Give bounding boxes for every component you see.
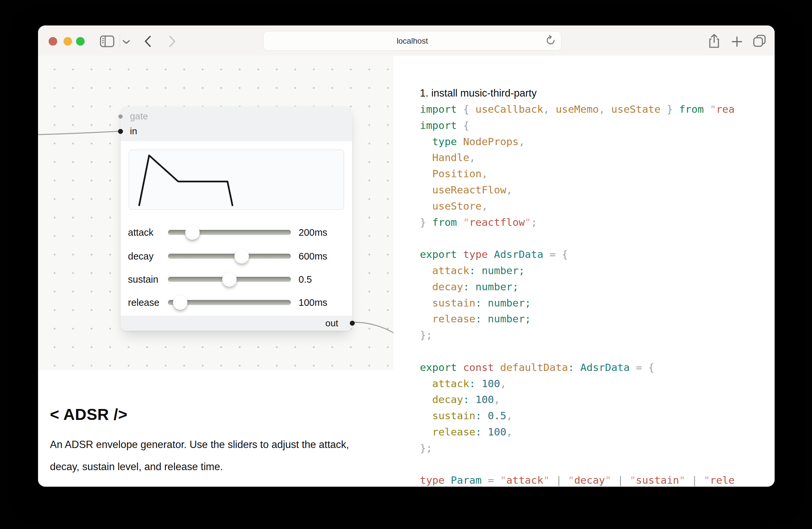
slider-track-release[interactable] bbox=[168, 300, 291, 305]
node-footer: out bbox=[121, 316, 352, 331]
code-line: } from "reactflow"; bbox=[420, 214, 774, 230]
envelope-graph bbox=[129, 149, 344, 210]
port-label-out: out bbox=[325, 318, 338, 329]
code-line bbox=[420, 456, 774, 472]
toolbar-divider bbox=[120, 34, 120, 48]
code-line: sustain: 0.5, bbox=[420, 408, 774, 424]
code-block: import { useCallback, useMemo, useState … bbox=[420, 101, 774, 487]
new-tab-icon[interactable] bbox=[731, 36, 743, 48]
forward-button[interactable] bbox=[168, 35, 177, 48]
code-line: useReactFlow, bbox=[420, 182, 774, 198]
address-bar[interactable]: localhost bbox=[263, 31, 561, 51]
code-line: attack: number; bbox=[420, 262, 774, 279]
tab-overview-icon[interactable] bbox=[752, 34, 767, 48]
minimize-button[interactable] bbox=[63, 37, 72, 46]
page-description: An ADSR envelope generator. Use the slid… bbox=[50, 433, 364, 478]
code-line: type Param = "attack" | "decay" | "susta… bbox=[420, 472, 774, 487]
code-line: release: 100, bbox=[420, 424, 774, 440]
code-line bbox=[420, 230, 774, 246]
code-line: export const defaultData: AdsrData = { bbox=[420, 359, 774, 375]
code-line: import { useCallback, useMemo, useState … bbox=[420, 101, 774, 117]
code-line: }; bbox=[420, 327, 774, 343]
reload-icon[interactable] bbox=[545, 34, 556, 48]
slider-value: 200ms bbox=[299, 227, 327, 238]
code-line: }; bbox=[420, 440, 774, 456]
code-line: sustain: number; bbox=[420, 295, 774, 311]
handle-in[interactable] bbox=[118, 129, 123, 134]
code-line bbox=[420, 343, 774, 359]
slider-track-sustain[interactable] bbox=[168, 277, 291, 282]
code-line: attack: 100, bbox=[420, 375, 774, 392]
slider-value: 0.5 bbox=[299, 274, 312, 285]
handle-gate[interactable] bbox=[118, 114, 123, 119]
slider-track-decay[interactable] bbox=[168, 254, 291, 259]
code-line: export type AdsrData = { bbox=[420, 246, 774, 262]
slider-thumb-decay[interactable] bbox=[234, 249, 249, 263]
chevron-down-icon[interactable] bbox=[122, 39, 131, 45]
slider-label: attack bbox=[128, 227, 154, 238]
slider-row-release: release100ms bbox=[121, 295, 352, 310]
close-button[interactable] bbox=[48, 37, 57, 46]
browser-toolbar: localhost bbox=[38, 26, 774, 56]
envelope-curve bbox=[129, 150, 344, 209]
slider-value: 100ms bbox=[299, 297, 327, 308]
slider-row-attack: attack200ms bbox=[121, 225, 352, 240]
code-line: release: number; bbox=[420, 311, 774, 327]
slider-label: sustain bbox=[128, 274, 158, 285]
code-line: Handle, bbox=[420, 149, 774, 166]
slider-value: 600ms bbox=[299, 251, 327, 262]
slider-label: decay bbox=[128, 251, 154, 262]
url-text: localhost bbox=[397, 37, 428, 46]
page-title: < ADSR /> bbox=[50, 405, 393, 424]
slider-thumb-attack[interactable] bbox=[185, 225, 200, 240]
code-panel[interactable]: 1. install music-third-party import { us… bbox=[393, 56, 774, 487]
browser-window: localhost bbox=[38, 26, 774, 487]
zoom-button[interactable] bbox=[76, 37, 85, 46]
share-icon[interactable] bbox=[707, 33, 721, 49]
code-line: import { bbox=[420, 117, 774, 133]
doc-section: < ADSR /> An ADSR envelope generator. Us… bbox=[38, 370, 393, 487]
code-line: Position, bbox=[420, 166, 774, 182]
handle-out[interactable] bbox=[350, 321, 355, 326]
slider-track-attack[interactable] bbox=[168, 230, 291, 235]
adsr-node[interactable]: gate in attack200msdecay600mssustain0.5r… bbox=[121, 106, 352, 331]
slider-thumb-sustain[interactable] bbox=[222, 272, 237, 287]
port-label-gate: gate bbox=[130, 111, 148, 121]
code-line: type NodeProps, bbox=[420, 133, 774, 150]
slider-label: release bbox=[128, 297, 159, 308]
slider-row-sustain: sustain0.5 bbox=[121, 272, 352, 287]
code-line: decay: number; bbox=[420, 279, 774, 295]
slider-thumb-release[interactable] bbox=[173, 295, 187, 310]
slider-row-decay: decay600ms bbox=[121, 248, 352, 264]
back-button[interactable] bbox=[143, 35, 153, 48]
node-header: gate in bbox=[121, 106, 352, 141]
code-line: useStore, bbox=[420, 198, 774, 214]
code-line: decay: 100, bbox=[420, 391, 774, 408]
sidebar-icon[interactable] bbox=[100, 35, 115, 48]
install-step: 1. install music-third-party bbox=[420, 85, 774, 101]
port-label-in: in bbox=[130, 126, 137, 137]
